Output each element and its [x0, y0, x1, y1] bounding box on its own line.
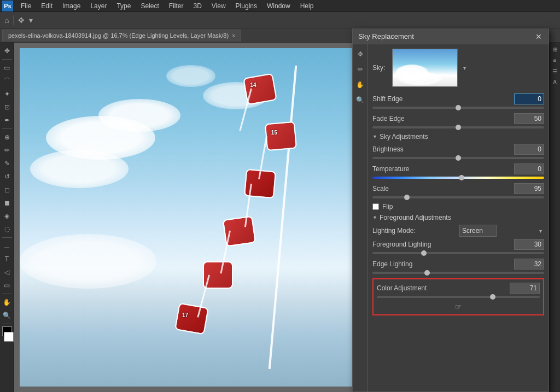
foreground-lighting-slider[interactable]	[372, 252, 544, 254]
foreground-adjustments-header[interactable]: ▼ Foreground Adjustments	[372, 214, 544, 221]
tool-quick-select[interactable]: ✦	[1, 88, 13, 100]
menu-edit[interactable]: Edit	[37, 1, 57, 11]
tool-gradient[interactable]: ◼	[1, 197, 13, 209]
sky-thumbnail[interactable]	[392, 49, 458, 87]
tool-pen[interactable]: ⚊	[1, 240, 13, 252]
tool-stamp[interactable]: ✎	[1, 157, 13, 169]
fade-edge-input[interactable]	[514, 113, 544, 124]
temperature-slider[interactable]	[372, 177, 544, 179]
tool-blur[interactable]: ◈	[1, 210, 13, 222]
tool-eraser[interactable]: ◻	[1, 184, 13, 196]
flip-checkbox[interactable]	[372, 203, 379, 210]
scale-input[interactable]	[514, 183, 544, 194]
arrow-icon[interactable]: ▾	[29, 16, 33, 25]
dialog-tool-move[interactable]: ✥	[355, 49, 366, 60]
menu-3d[interactable]: 3D	[189, 1, 206, 11]
edge-lighting-row: Edge Lighting	[372, 259, 544, 270]
tool-dodge[interactable]: ◌	[1, 223, 13, 235]
scale-thumb[interactable]	[404, 195, 410, 200]
scale-row: Scale	[372, 183, 544, 194]
shift-edge-slider[interactable]	[372, 107, 544, 109]
menu-bar: Ps File Edit Image Layer Type Select Fil…	[0, 0, 560, 12]
fade-edge-slider[interactable]	[372, 126, 544, 128]
menu-view[interactable]: View	[207, 1, 230, 11]
ps-logo: Ps	[2, 1, 13, 11]
edge-lighting-slider[interactable]	[372, 272, 544, 274]
tab-close-button[interactable]: ×	[232, 33, 235, 39]
tool-crop[interactable]: ⊡	[1, 101, 13, 113]
menu-type[interactable]: Type	[112, 1, 135, 11]
color-adjustment-input[interactable]	[510, 283, 540, 294]
left-toolbar: ✥ ▭ ⌒ ✦ ⊡ ✒ ⊕ ✏ ✎ ↺ ◻ ◼ ◈ ◌ ⚊ T ◁ ▭ ✋ 🔍	[0, 43, 14, 392]
scale-slider[interactable]	[372, 196, 544, 198]
shift-edge-thumb[interactable]	[456, 105, 461, 110]
tool-hand[interactable]: ✋	[1, 296, 13, 308]
temperature-thumb[interactable]	[459, 175, 464, 180]
color-adjustment-slider[interactable]	[377, 296, 540, 298]
tool-brush[interactable]: ✏	[1, 144, 13, 156]
dialog-tool-hand[interactable]: ✋	[355, 79, 366, 90]
move-options-icon[interactable]: ✥	[18, 16, 25, 25]
panel-btn-4[interactable]: A	[551, 78, 559, 86]
toolbar-divider-4	[2, 294, 12, 294]
menu-plugins[interactable]: Plugins	[231, 1, 261, 11]
scale-slider-row	[372, 196, 544, 198]
edge-lighting-label: Edge Lighting	[372, 260, 512, 268]
tool-rectangular-marquee[interactable]: ▭	[1, 62, 13, 74]
foreground-lighting-input[interactable]	[514, 239, 544, 250]
document-tab[interactable]: pexels-elina-volkova-18403914.jpg @ 16.7…	[2, 30, 241, 42]
tool-eyedropper[interactable]: ✒	[1, 114, 13, 126]
menu-file[interactable]: File	[16, 1, 36, 11]
tool-zoom[interactable]: 🔍	[1, 309, 13, 321]
shift-edge-input[interactable]	[514, 93, 544, 104]
cursor-hand-indicator: ☞	[377, 302, 540, 311]
panel-btn-1[interactable]: ⊞	[551, 45, 559, 54]
dialog-tool-brush[interactable]: ✏	[355, 64, 366, 75]
temperature-slider-row	[372, 177, 544, 179]
tool-healing[interactable]: ⊕	[1, 131, 13, 143]
menu-help[interactable]: Help	[296, 1, 318, 11]
tool-shape[interactable]: ▭	[1, 279, 13, 291]
scale-label: Scale	[372, 185, 512, 192]
sky-label: Sky:	[372, 64, 388, 72]
brightness-input[interactable]	[514, 144, 544, 155]
color-adjustment-slider-row	[377, 296, 540, 298]
divider	[13, 15, 14, 25]
toolbar-divider-2	[2, 128, 12, 129]
brightness-slider[interactable]	[372, 157, 544, 159]
menu-select[interactable]: Select	[136, 1, 163, 11]
tool-text[interactable]: T	[1, 253, 13, 265]
dialog-tool-zoom[interactable]: 🔍	[355, 95, 366, 106]
foreground-lighting-thumb[interactable]	[421, 250, 427, 256]
menu-window[interactable]: Window	[262, 1, 295, 11]
sky-adjustments-header[interactable]: ▼ Sky Adjustments	[372, 133, 544, 141]
sky-preview-row: Sky: ▾	[372, 49, 544, 87]
background-color[interactable]	[4, 332, 14, 342]
tool-lasso[interactable]: ⌒	[1, 75, 13, 87]
home-icon[interactable]: ⌂	[4, 16, 9, 25]
fade-edge-thumb[interactable]	[456, 125, 461, 130]
temperature-input[interactable]	[514, 163, 544, 174]
panel-btn-3[interactable]: ☰	[551, 67, 559, 75]
edge-lighting-input[interactable]	[514, 259, 544, 270]
foreground-lighting-row: Foreground Lighting	[372, 239, 544, 250]
tool-move[interactable]: ✥	[1, 45, 13, 57]
color-adjustment-thumb[interactable]	[490, 294, 495, 300]
panel-btn-2[interactable]: ≡	[551, 56, 559, 65]
menu-filter[interactable]: Filter	[165, 1, 188, 11]
tool-path[interactable]: ◁	[1, 266, 13, 278]
fade-edge-row: Fade Edge	[372, 113, 544, 124]
color-adjustment-label: Color Adjustment	[377, 284, 508, 292]
menu-image[interactable]: Image	[58, 1, 85, 11]
edge-lighting-thumb[interactable]	[424, 270, 430, 276]
sky-adjustments-arrow: ▼	[372, 134, 377, 139]
tool-history-brush[interactable]: ↺	[1, 171, 13, 183]
lighting-mode-select[interactable]: Multiply Screen Luminosity Normal	[459, 225, 497, 237]
brightness-thumb[interactable]	[456, 155, 461, 161]
menu-layer[interactable]: Layer	[86, 1, 111, 11]
sky-dropdown-arrow[interactable]: ▾	[463, 65, 466, 71]
color-adjustment-row: Color Adjustment	[377, 283, 540, 294]
dialog-title: Sky Replacement	[358, 32, 414, 40]
dialog-close-button[interactable]: ✕	[534, 32, 543, 41]
fade-edge-label: Fade Edge	[372, 115, 512, 122]
